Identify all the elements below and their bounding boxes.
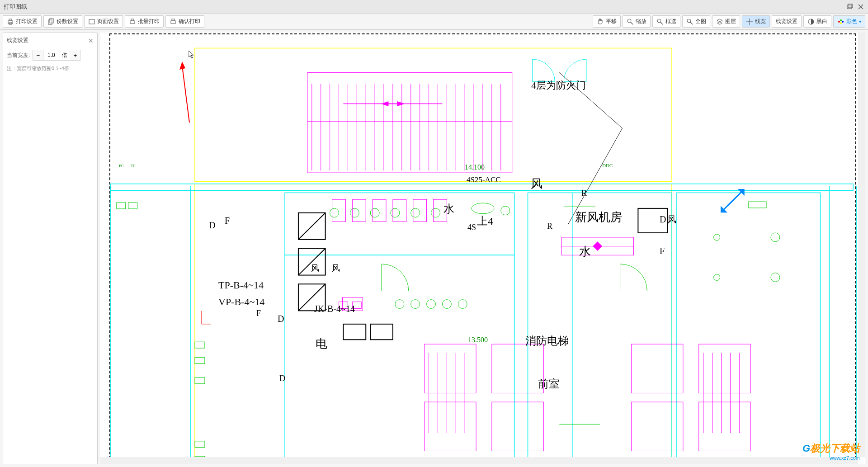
toolbar-label: 份数设置 (57, 18, 78, 25)
copy-settings-button[interactable]: 份数设置 (43, 15, 82, 28)
svg-point-72 (350, 208, 359, 217)
svg-rect-136 (370, 324, 393, 340)
f2-label: F (256, 309, 261, 318)
layers-icon (716, 18, 723, 25)
water2-label: 水 (579, 244, 591, 259)
svg-point-25 (842, 21, 844, 23)
fire-elevator-label: 消防电梯 (525, 334, 569, 348)
svg-rect-90 (748, 202, 766, 208)
pc-label: PC (119, 164, 124, 168)
drawing-canvas[interactable]: 4层为防火门 14.100 4S25-ACC 风 水 上4 4S 新风机房 R … (100, 33, 865, 464)
svg-point-78 (501, 206, 510, 215)
ddc-label: DDC (602, 163, 613, 168)
electric-label: 电 (316, 336, 327, 352)
plus-button[interactable]: + (70, 50, 80, 60)
svg-rect-9 (89, 19, 94, 24)
printer-icon (7, 18, 14, 25)
svg-rect-65 (676, 193, 820, 460)
svg-point-76 (431, 208, 440, 217)
watermark-logo: G (802, 443, 810, 454)
toolbar-label: 打印设置 (16, 18, 38, 25)
layers-button[interactable]: 图层 (712, 15, 740, 28)
print-settings-button[interactable]: 打印设置 (3, 15, 42, 28)
acc-label: 4S25-ACC (467, 175, 501, 184)
up4-label: 上4 (477, 214, 493, 228)
svg-rect-110 (492, 402, 543, 451)
tp-mini-label: TP (131, 164, 136, 168)
confirm-icon (170, 18, 177, 25)
svg-line-27 (182, 66, 189, 123)
svg-rect-12 (171, 21, 175, 24)
dim2-label: 13.500 (468, 336, 488, 344)
minus-button[interactable]: − (33, 50, 43, 60)
toolbar: 打印设置 份数设置 页面设置 批量打印 确认打印 平移 (0, 14, 868, 30)
watermark: G极光下载站 www.xz7.com (802, 442, 860, 461)
chevron-down-icon: ▾ (859, 19, 861, 24)
close-icon[interactable] (857, 3, 864, 10)
svg-rect-91 (117, 203, 126, 209)
watermark-url: www.xz7.com (802, 455, 860, 461)
vertical-scrollbar[interactable] (858, 33, 865, 457)
maximize-icon[interactable] (846, 3, 854, 10)
pan-button[interactable]: 平移 (593, 15, 621, 28)
svg-point-87 (771, 273, 780, 282)
wind5-label: 风 (667, 213, 676, 226)
f1-label: F (225, 216, 230, 226)
width-stepper[interactable]: − 倍 + (33, 50, 80, 61)
color-button[interactable]: 彩色 ▾ (833, 15, 865, 28)
svg-point-16 (657, 19, 661, 23)
svg-rect-29 (195, 48, 672, 181)
width-input[interactable] (43, 50, 59, 60)
svg-rect-112 (699, 344, 750, 393)
titlebar: 打印图纸 (0, 0, 868, 14)
toolbar-label: 全图 (695, 18, 706, 25)
annotation-arrow-icon (179, 61, 193, 125)
d4-label: D (660, 214, 666, 225)
palette-icon (837, 18, 844, 25)
full-view-button[interactable]: 全图 (682, 15, 710, 28)
svg-line-17 (660, 22, 663, 24)
wind3-label: 风 (332, 263, 340, 274)
svg-rect-111 (631, 344, 683, 393)
svg-point-14 (627, 19, 631, 23)
batch-print-button[interactable]: 批量打印 (125, 15, 164, 28)
bw-icon (807, 18, 815, 25)
fire-door-label: 4层为防火门 (531, 79, 586, 92)
svg-rect-8 (50, 19, 53, 23)
svg-point-23 (838, 21, 840, 23)
svg-point-81 (427, 300, 436, 309)
svg-rect-135 (343, 324, 366, 340)
svg-line-129 (298, 213, 326, 240)
s4-label: 4S (467, 223, 476, 232)
zoom-button[interactable]: 缩放 (623, 15, 651, 28)
svg-rect-109 (425, 402, 476, 451)
front-room-label: 前室 (538, 377, 560, 391)
svg-point-88 (714, 234, 720, 241)
d3-label: D (279, 374, 285, 383)
d1-label: D (209, 220, 215, 231)
line-width-settings-button[interactable]: 线宽设置 (772, 15, 802, 28)
toolbar-label: 图层 (725, 18, 736, 25)
batch-icon (129, 18, 136, 25)
toolbar-label: 彩色 (846, 18, 857, 25)
toolbar-label: 黑白 (816, 18, 827, 25)
watermark-text: 极光下载站 (810, 443, 860, 454)
d2-label: D (278, 314, 284, 324)
line-width-button[interactable]: 线宽 (742, 15, 770, 28)
svg-point-71 (330, 208, 339, 217)
box-select-button[interactable]: 框选 (652, 15, 680, 28)
bw-button[interactable]: 黑白 (803, 15, 831, 28)
confirm-print-button[interactable]: 确认打印 (165, 15, 204, 28)
close-icon[interactable]: ✕ (88, 37, 94, 44)
svg-rect-31 (307, 73, 512, 173)
toolbar-label: 确认打印 (179, 18, 200, 25)
svg-rect-94 (195, 358, 205, 364)
svg-rect-113 (631, 402, 683, 451)
cad-drawing (100, 33, 865, 464)
water-label: 水 (443, 202, 454, 216)
horizontal-scrollbar[interactable] (100, 457, 858, 464)
page-settings-button[interactable]: 页面设置 (84, 15, 123, 28)
svg-point-24 (840, 19, 842, 21)
svg-rect-99 (352, 199, 366, 222)
page-icon (88, 18, 95, 25)
